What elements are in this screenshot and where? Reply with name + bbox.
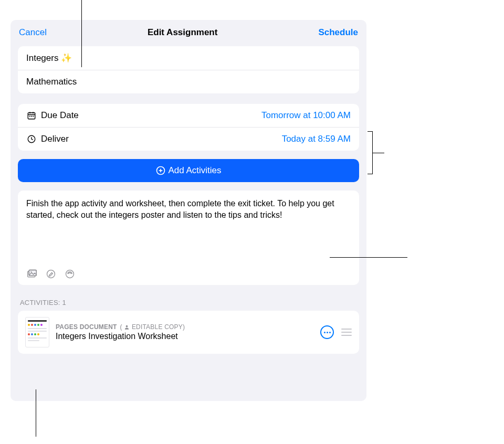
schedule-card: Due Date Tomorrow at 10:00 AM Deliver To…	[18, 104, 359, 151]
svg-rect-5	[31, 116, 32, 117]
class-field[interactable]: Mathematics	[18, 70, 359, 93]
due-date-row[interactable]: Due Date Tomorrow at 10:00 AM	[18, 104, 359, 128]
activity-thumbnail	[25, 317, 49, 347]
schedule-button[interactable]: Schedule	[318, 27, 358, 38]
callout-line	[330, 257, 407, 258]
deliver-label: Deliver	[41, 134, 69, 144]
draw-icon[interactable]	[45, 268, 57, 280]
activity-title: Integers Investigation Worksheet	[56, 332, 314, 341]
add-activities-button[interactable]: Add Activities	[18, 159, 359, 182]
calendar-icon	[26, 110, 37, 121]
edit-assignment-panel: Cancel Edit Assignment Schedule Integers…	[10, 20, 366, 401]
activity-row[interactable]: PAGES DOCUMENT ( EDITABLE COPY) Integers…	[18, 311, 359, 354]
svg-point-14	[30, 271, 32, 272]
callout-line	[373, 153, 384, 153]
due-date-value: Tomorrow at 10:00 AM	[261, 110, 351, 121]
callout-line	[36, 389, 36, 437]
callout-bracket	[368, 131, 373, 174]
activity-actions	[320, 325, 352, 339]
person-icon	[124, 324, 130, 330]
due-date-label: Due Date	[41, 110, 79, 121]
activity-info: PAGES DOCUMENT ( EDITABLE COPY) Integers…	[56, 323, 314, 341]
header-bar: Cancel Edit Assignment Schedule	[10, 20, 366, 43]
activity-more-button[interactable]	[320, 325, 334, 339]
svg-rect-6	[33, 116, 34, 117]
class-name-text: Mathematics	[26, 77, 77, 87]
instructions-card[interactable]: Finish the app activity and worksheet, t…	[18, 191, 359, 285]
assignment-title-field[interactable]: Integers ✨	[18, 46, 359, 70]
title-card: Integers ✨ Mathematics	[18, 46, 359, 93]
svg-rect-4	[29, 116, 30, 117]
svg-point-16	[66, 270, 74, 278]
instructions-text: Finish the app activity and worksheet, t…	[26, 198, 351, 263]
plus-circle-icon	[155, 165, 166, 176]
drag-handle-icon[interactable]	[341, 329, 352, 336]
more-icon	[324, 332, 331, 333]
cancel-button[interactable]: Cancel	[19, 27, 47, 38]
clock-icon	[26, 134, 37, 144]
page-title: Edit Assignment	[148, 27, 218, 38]
svg-rect-12	[29, 270, 36, 276]
svg-point-17	[126, 325, 128, 327]
add-activities-label: Add Activities	[168, 165, 221, 176]
deliver-value: Today at 8:59 AM	[282, 134, 351, 144]
callout-line	[81, 0, 82, 67]
photo-icon[interactable]	[26, 268, 38, 280]
activities-section-label: ACTIVITIES: 1	[20, 299, 357, 306]
activity-type-label: PAGES DOCUMENT	[56, 323, 117, 331]
deliver-row[interactable]: Deliver Today at 8:59 AM	[18, 128, 359, 151]
activity-copy-label: EDITABLE COPY	[132, 323, 183, 331]
attachment-toolbar	[26, 263, 351, 280]
audio-icon[interactable]	[64, 268, 76, 280]
assignment-title-text: Integers ✨	[26, 52, 72, 64]
